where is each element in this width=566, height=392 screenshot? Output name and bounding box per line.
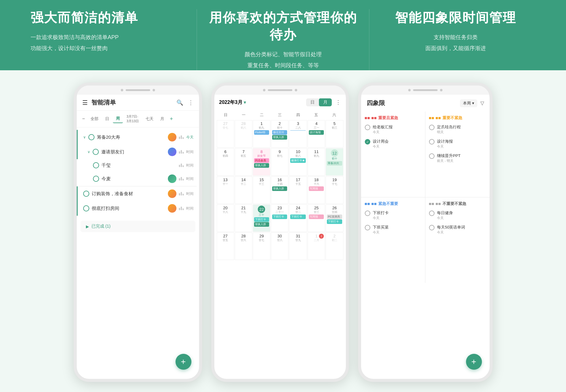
task-row-2[interactable]: ∨ 邀请朋友们 时间 <box>77 145 199 159</box>
cal-cell-20-mar[interactable]: 20十八 <box>217 204 234 232</box>
cal-cell-22-mar-today[interactable]: 22 三十 下班打卡 替换入群 <box>253 204 270 232</box>
cal-cell-13-mar[interactable]: 13十一 <box>217 176 234 204</box>
event-span1 <box>290 130 306 131</box>
cal-cell-12-mar[interactable]: 12 初十 筹备20大 <box>326 148 343 176</box>
q1-task-1[interactable]: 给老板汇报 今天 <box>365 124 422 134</box>
task-circle-3[interactable] <box>93 162 99 168</box>
cal-cell-1-mar[interactable]: 1初九 Flutter特 <box>253 120 270 148</box>
task-avatar-4 <box>168 174 176 183</box>
task-avatar-1 <box>168 133 176 141</box>
task-row-5[interactable]: 订购装饰，准备食材 时间 <box>77 186 199 201</box>
q2-task-2[interactable]: 设计海报 今天 <box>429 139 486 149</box>
day-header-sat: 六 <box>325 111 343 119</box>
cal-cell-2-apr[interactable]: 2初二 <box>326 233 343 260</box>
q2-task-1[interactable]: 定爪哇岛行程 明天 <box>429 124 486 134</box>
q4-task-2[interactable]: 每天50英语单词 今天 <box>429 225 486 235</box>
bar <box>181 163 182 167</box>
q3-task-circle-1[interactable] <box>365 211 370 216</box>
tab-all[interactable]: 全部 <box>87 115 102 123</box>
cal-cell-1-apr[interactable]: 1 二月 2 <box>308 233 325 260</box>
task-row-3[interactable]: 千玺 时间 <box>77 159 199 171</box>
day-header-wed: 三 <box>271 111 289 119</box>
q1-task-circle-1[interactable] <box>365 125 370 130</box>
task-row-1[interactable]: ∨ 筹备20大寿 今天 <box>77 130 199 145</box>
cal-cell-18-mar[interactable]: 18十六 写周报 <box>308 176 325 204</box>
q2-task-circle-3[interactable] <box>429 153 435 159</box>
completed-section[interactable]: ▶ 已完成 (1) <box>80 221 195 232</box>
add-task-fab[interactable]: + <box>176 354 191 370</box>
cal-cell-25-mar[interactable]: 25廿三 写周报 <box>308 204 325 232</box>
q2-task-3[interactable]: 继续晋升PPT 前天 - 明天 <box>429 153 486 163</box>
filter-icon[interactable]: ▽ <box>480 100 484 106</box>
tab-7days[interactable]: 七天 <box>142 115 157 123</box>
cal-cell-29-mar[interactable]: 29廿七 <box>253 233 270 260</box>
week-selector[interactable]: 本周 ▾ <box>460 99 477 107</box>
day-view-btn[interactable]: 日 <box>306 98 319 106</box>
tab-minus[interactable]: − <box>80 116 87 122</box>
task-circle-2[interactable] <box>93 149 99 155</box>
search-icon[interactable]: 🔍 <box>176 99 183 106</box>
tab-daterange[interactable]: 3月7日-3月13日 <box>124 113 142 125</box>
q3-task-2[interactable]: 下班买菜 今天 <box>365 225 422 235</box>
q2-task-circle-1[interactable] <box>429 125 435 130</box>
cal-cell-24-mar[interactable]: 24廿二 下班打卡 <box>289 204 307 232</box>
cal-cell-19-mar[interactable]: 19十七 <box>326 176 343 204</box>
cal-cell-2-mar[interactable]: 2初十 微信支付 替换入群 <box>271 120 288 148</box>
task-row-4[interactable]: 今麦 时间 <box>77 171 199 186</box>
q4-task-circle-1[interactable] <box>429 211 435 216</box>
tab-plus[interactable]: + <box>168 116 175 122</box>
task-row-6[interactable]: 彻底打扫房间 时间 <box>77 201 199 216</box>
q4-task-circle-2[interactable] <box>429 225 435 230</box>
cal-cell-17-mar[interactable]: 17十五 <box>289 176 307 204</box>
notch-dot-5 <box>408 89 411 91</box>
cal-cell-15-mar[interactable]: 15十三 <box>253 176 270 204</box>
cal-cell-21-mar[interactable]: 21十九 <box>235 204 252 232</box>
q3-task-1[interactable]: 下班打卡 今天 <box>365 210 422 220</box>
cal-cell-30-mar[interactable]: 30廿八 <box>271 233 288 260</box>
more-icon[interactable]: ⋮ <box>188 99 194 106</box>
dropdown-arrow[interactable]: ▾ <box>244 100 246 105</box>
cal-cell-5-mar[interactable]: 5初三 <box>326 120 343 148</box>
cal-cell-31-mar[interactable]: 31廿九 <box>289 233 307 260</box>
day-header-fri: 五 <box>307 111 325 119</box>
cal-cell-27-mar[interactable]: 27廿五 <box>217 233 234 260</box>
q1-task-circle-2[interactable]: ✓ <box>365 139 370 145</box>
q2-task-circle-2[interactable] <box>429 139 435 145</box>
collapse-icon-2[interactable]: ∨ <box>87 150 90 154</box>
add-task-fab-3[interactable]: + <box>466 354 482 370</box>
task-circle-5[interactable] <box>83 191 89 197</box>
cal-cell-28-mar[interactable]: 28廿六 <box>235 233 252 260</box>
cal-cell-16-mar[interactable]: 16十四 替换入群 <box>271 176 288 204</box>
task-circle-6[interactable] <box>83 205 89 211</box>
cal-cell-28-feb[interactable]: 28初八 <box>235 120 252 148</box>
q4-task-name-1: 每日健身 <box>437 210 453 216</box>
cal-cell-23-mar[interactable]: 23二十一 下班打卡 <box>271 204 288 232</box>
cal-cell-10-mar[interactable]: 10初八 健身打卡★ <box>289 148 307 176</box>
q1-task-2[interactable]: ✓ 设计周会 今天 <box>365 139 422 149</box>
collapse-icon-1[interactable]: ∨ <box>83 135 86 139</box>
q3-task-circle-2[interactable] <box>365 225 370 230</box>
banner-sub-1b: 功能强大，设计却没有一丝赘肉 <box>31 43 108 54</box>
more-options-icon[interactable]: ⋮ <box>335 99 341 106</box>
tab-month[interactable]: 月 <box>157 115 167 123</box>
cal-cell-7-mar[interactable]: 7初五 <box>235 148 252 176</box>
cal-cell-9-mar[interactable]: 9初七 <box>271 148 288 176</box>
day-header-thu: 四 <box>289 111 307 119</box>
menu-icon[interactable]: ☰ <box>82 99 88 106</box>
cal-cell-6-mar[interactable]: 6初四 <box>217 148 234 176</box>
cal-cell-3-mar[interactable]: 3二八 <box>289 120 307 148</box>
q4-task-1[interactable]: 每日健身 今天 <box>429 210 486 220</box>
cal-cell-27-feb[interactable]: 27廿七 <box>217 120 234 148</box>
q1-label: 重要且紧急 <box>378 115 398 121</box>
cal-cell-14-mar[interactable]: 14十二 <box>235 176 252 204</box>
cal-cell-26-mar[interactable]: 26廿四 PC支持共 下班打卡 <box>326 204 343 232</box>
cal-cell-8-mar[interactable]: 8妇女节 闪点会员 替换入群 <box>253 148 270 176</box>
tab-week[interactable]: 周 <box>113 115 123 123</box>
cal-cell-11-mar[interactable]: 11初九 <box>308 148 325 176</box>
cal-cell-4-mar[interactable]: 4三一 设计海报 <box>308 120 325 148</box>
tab-day[interactable]: 日 <box>102 115 112 123</box>
q4-icon-3 <box>436 203 438 205</box>
task-circle-4[interactable] <box>93 176 99 182</box>
task-circle-1[interactable] <box>88 134 94 140</box>
month-view-btn[interactable]: 月 <box>319 98 332 106</box>
